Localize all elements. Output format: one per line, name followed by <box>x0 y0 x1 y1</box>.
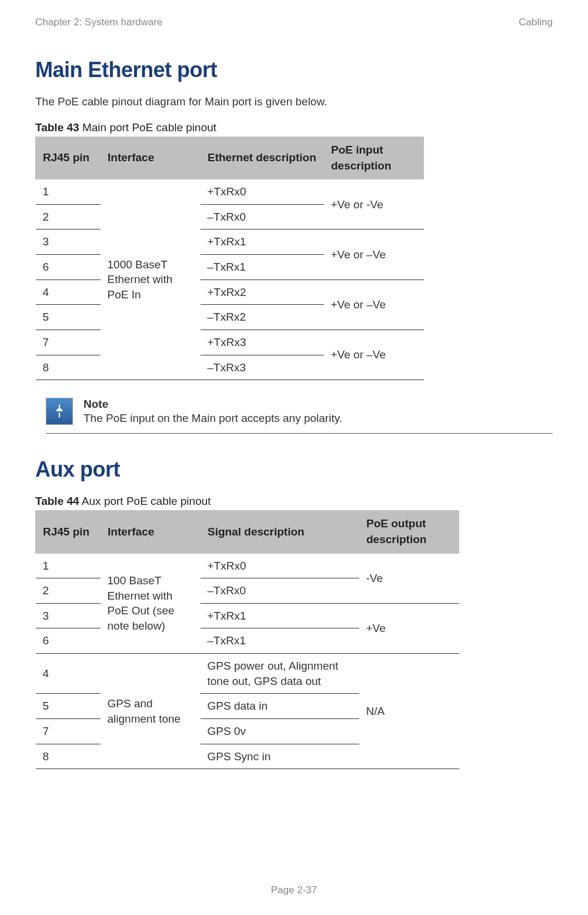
t43-pin: 3 <box>36 229 101 255</box>
t44-pin: 4 <box>36 654 101 694</box>
t43-pin: 6 <box>36 255 101 280</box>
t43-eth: –TxRx0 <box>201 204 324 229</box>
table43-label: Table 43 <box>35 121 79 134</box>
t43-eth: +TxRx3 <box>201 330 324 355</box>
chapter-label: Chapter 2: System hardware <box>35 16 162 28</box>
page-header: Chapter 2: System hardware Cabling <box>35 16 553 28</box>
t43-eth: +TxRx0 <box>201 179 324 204</box>
t43-pin: 4 <box>36 280 101 305</box>
t44-pin: 7 <box>36 718 101 744</box>
t44-poe: -Ve <box>359 554 459 604</box>
t44-pin: 1 <box>36 554 101 578</box>
t43-pin: 7 <box>36 330 101 355</box>
t44-poe: +Ve <box>359 603 459 653</box>
t43-eth: –TxRx1 <box>201 255 324 280</box>
t44-sig: –TxRx1 <box>201 628 359 654</box>
table44-caption: Table 44 Aux port PoE cable pinout <box>35 495 553 508</box>
main-ethernet-heading: Main Ethernet port <box>35 58 553 82</box>
t43-pin: 1 <box>36 179 101 204</box>
t44-interface: 100 BaseT Ethernet with PoE Out (see not… <box>101 554 201 654</box>
t44-hdr-sig: Signal description <box>201 510 359 553</box>
t44-pin: 6 <box>36 628 101 654</box>
t43-eth: +TxRx2 <box>201 280 324 305</box>
t43-hdr-if: Interface <box>101 137 201 179</box>
t44-hdr-poe: PoE output description <box>359 510 459 553</box>
t43-eth: +TxRx1 <box>201 229 324 255</box>
t44-interface: GPS and alignment tone <box>101 654 201 769</box>
table44: RJ45 pin Interface Signal description Po… <box>35 510 459 769</box>
t43-hdr-pin: RJ45 pin <box>36 137 101 179</box>
t43-poe: +Ve or –Ve <box>324 280 424 330</box>
table44-desc: Aux port PoE cable pinout <box>79 495 211 507</box>
table44-label: Table 44 <box>35 495 79 507</box>
t43-poe: +Ve or –Ve <box>324 229 424 280</box>
table43: RJ45 pin Interface Ethernet description … <box>35 137 424 380</box>
page-footer: Page 2-37 <box>0 884 588 896</box>
t44-sig: GPS 0v <box>201 718 359 744</box>
t44-sig: –TxRx0 <box>201 578 359 604</box>
t44-sig: GPS Sync in <box>201 744 359 769</box>
t43-pin: 5 <box>36 305 101 330</box>
t43-eth: –TxRx2 <box>201 305 324 330</box>
t44-pin: 2 <box>36 578 101 604</box>
aux-port-heading: Aux port <box>35 457 553 482</box>
t44-sig: GPS power out, Alignment tone out, GPS d… <box>201 654 359 694</box>
t44-pin: 5 <box>36 694 101 719</box>
t43-poe: +Ve or –Ve <box>324 330 424 380</box>
t44-hdr-pin: RJ45 pin <box>36 510 101 553</box>
t44-sig: +TxRx1 <box>201 603 359 628</box>
t44-poe: N/A <box>359 654 459 769</box>
t43-hdr-eth: Ethernet description <box>201 137 324 179</box>
t44-sig: +TxRx0 <box>201 554 359 578</box>
t43-hdr-poe: PoE input description <box>324 137 424 179</box>
table43-caption: Table 43 Main port PoE cable pinout <box>35 121 553 134</box>
note-block: Note The PoE input on the Main port acce… <box>46 398 553 434</box>
section-label: Cabling <box>519 16 553 28</box>
main-ethernet-intro: The PoE cable pinout diagram for Main po… <box>35 95 553 108</box>
t43-pin: 2 <box>36 204 101 229</box>
t43-interface: 1000 BaseT Ethernet with PoE In <box>101 179 201 380</box>
t44-hdr-if: Interface <box>101 510 201 553</box>
t43-pin: 8 <box>36 355 101 380</box>
pushpin-icon <box>46 398 73 425</box>
note-title: Note <box>83 398 342 411</box>
table43-desc: Main port PoE cable pinout <box>79 121 216 134</box>
note-text: Note The PoE input on the Main port acce… <box>83 398 342 425</box>
t44-sig: GPS data in <box>201 694 359 719</box>
t44-pin: 3 <box>36 603 101 628</box>
note-body: The PoE input on the Main port accepts a… <box>83 412 342 424</box>
t43-poe: +Ve or -Ve <box>324 179 424 229</box>
t43-eth: –TxRx3 <box>201 355 324 380</box>
t44-pin: 8 <box>36 744 101 769</box>
